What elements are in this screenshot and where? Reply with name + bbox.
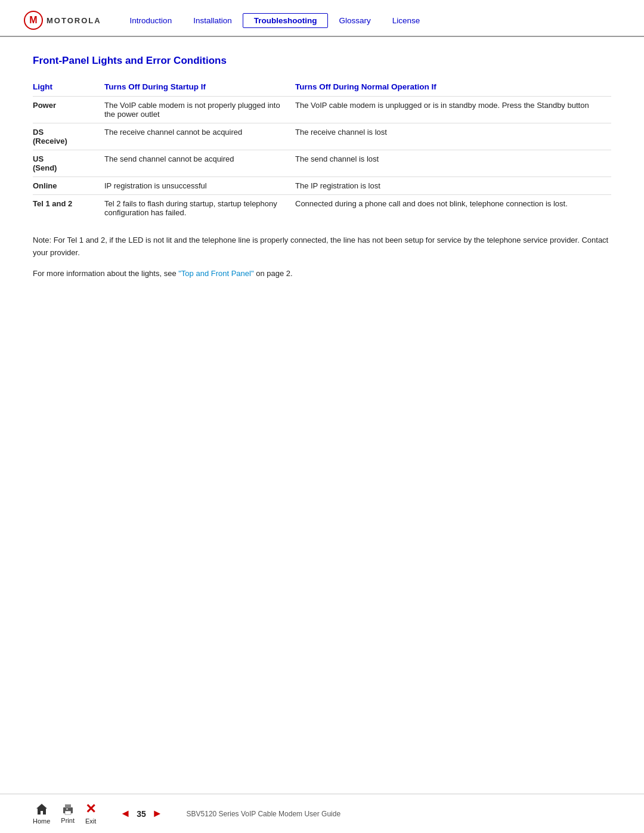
normal-condition: The receive channel is lost bbox=[295, 123, 611, 150]
normal-condition: The send channel is lost bbox=[295, 150, 611, 177]
exit-icon: ✕ bbox=[85, 803, 96, 816]
tab-glossary[interactable]: Glossary bbox=[328, 14, 381, 27]
doc-title: SBV5120 Series VoIP Cable Modem User Gui… bbox=[187, 810, 341, 818]
tab-troubleshooting[interactable]: Troubleshooting bbox=[243, 13, 329, 28]
note2-prefix: For more information about the lights, s… bbox=[33, 269, 178, 278]
logo-area: M MOTOROLA bbox=[24, 11, 101, 30]
print-label: Print bbox=[61, 817, 75, 824]
col-header-light: Light bbox=[33, 80, 104, 97]
svg-text:M: M bbox=[29, 15, 37, 25]
col-header-startup: Turns Off During Startup If bbox=[104, 80, 295, 97]
home-button[interactable]: Home bbox=[33, 803, 50, 825]
svg-rect-6 bbox=[66, 809, 68, 810]
note-text-1: Note: For Tel 1 and 2, if the LED is not… bbox=[33, 234, 611, 259]
tab-introduction[interactable]: Introduction bbox=[119, 14, 183, 27]
main-nav: Introduction Installation Troubleshootin… bbox=[119, 13, 620, 28]
page-header: M MOTOROLA Introduction Installation Tro… bbox=[0, 0, 644, 37]
home-icon bbox=[35, 803, 48, 816]
exit-label: Exit bbox=[85, 817, 96, 825]
normal-condition: The IP registration is lost bbox=[295, 177, 611, 195]
motorola-logo: M MOTOROLA bbox=[24, 11, 101, 30]
startup-condition: The VoIP cable modem is not properly plu… bbox=[104, 97, 295, 123]
motorola-emblem-icon: M bbox=[24, 11, 43, 30]
light-name: US(Send) bbox=[33, 150, 104, 177]
table-row: Tel 1 and 2Tel 2 fails to flash during s… bbox=[33, 195, 611, 222]
page-footer: Home Print ✕ Exit ◄ 35 ► SBV5120 Series … bbox=[0, 794, 644, 833]
page-title: Front-Panel Lights and Error Conditions bbox=[33, 55, 611, 67]
note-text-2: For more information about the lights, s… bbox=[33, 268, 611, 280]
table-row: DS(Receive)The receive channel cannot be… bbox=[33, 123, 611, 150]
startup-condition: The receive channel cannot be acquired bbox=[104, 123, 295, 150]
startup-condition: IP registration is unsuccessful bbox=[104, 177, 295, 195]
normal-condition: The VoIP cable modem is unplugged or is … bbox=[295, 97, 611, 123]
col-header-normal: Turns Off During Normal Operation If bbox=[295, 80, 611, 97]
light-name: DS(Receive) bbox=[33, 123, 104, 150]
light-name: Tel 1 and 2 bbox=[33, 195, 104, 222]
svg-marker-2 bbox=[36, 804, 47, 815]
next-page-button[interactable]: ► bbox=[152, 807, 163, 820]
tab-installation[interactable]: Installation bbox=[182, 14, 243, 27]
top-front-panel-link[interactable]: "Top and Front Panel" bbox=[178, 269, 253, 278]
startup-condition: Tel 2 fails to flash during startup, sta… bbox=[104, 195, 295, 222]
motorola-text: MOTOROLA bbox=[47, 16, 101, 25]
table-row: OnlineIP registration is unsuccessfulThe… bbox=[33, 177, 611, 195]
svg-rect-5 bbox=[65, 811, 71, 815]
home-label: Home bbox=[33, 817, 50, 825]
exit-button[interactable]: ✕ Exit bbox=[85, 803, 96, 825]
tab-license[interactable]: License bbox=[382, 14, 431, 27]
light-name: Power bbox=[33, 97, 104, 123]
table-header-row: Light Turns Off During Startup If Turns … bbox=[33, 80, 611, 97]
table-row: US(Send)The send channel cannot be acqui… bbox=[33, 150, 611, 177]
light-name: Online bbox=[33, 177, 104, 195]
footer-page-nav: ◄ 35 ► bbox=[120, 807, 162, 820]
page-number: 35 bbox=[137, 809, 146, 819]
main-content: Front-Panel Lights and Error Conditions … bbox=[0, 37, 644, 306]
prev-page-button[interactable]: ◄ bbox=[120, 807, 131, 820]
print-icon bbox=[61, 803, 75, 815]
startup-condition: The send channel cannot be acquired bbox=[104, 150, 295, 177]
table-row: PowerThe VoIP cable modem is not properl… bbox=[33, 97, 611, 123]
print-button[interactable]: Print bbox=[61, 803, 75, 824]
svg-rect-4 bbox=[65, 804, 71, 808]
note2-suffix: on page 2. bbox=[254, 269, 293, 278]
footer-nav-icons: Home Print ✕ Exit bbox=[33, 803, 96, 825]
normal-condition: Connected during a phone call and does n… bbox=[295, 195, 611, 222]
lights-table: Light Turns Off During Startup If Turns … bbox=[33, 80, 611, 221]
